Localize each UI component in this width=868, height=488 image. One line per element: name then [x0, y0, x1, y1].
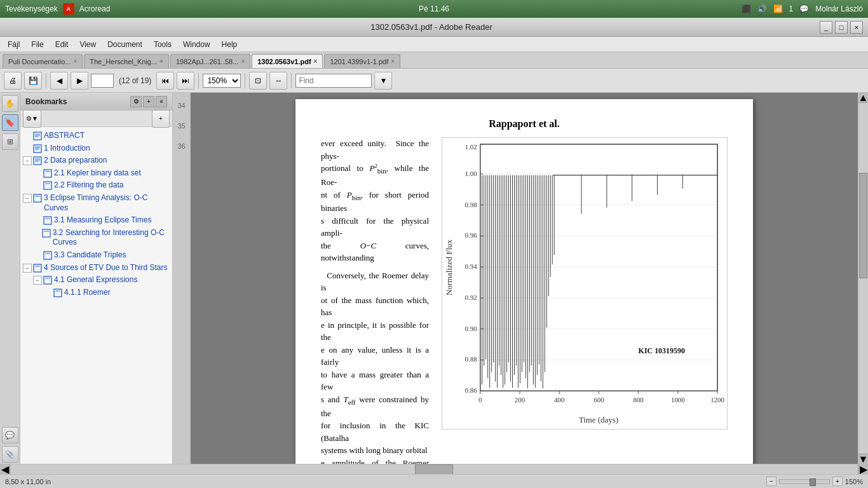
tab-3[interactable]: 1302.0563v1.pdf × — [252, 54, 323, 68]
menu-window[interactable]: Window — [178, 39, 215, 50]
tab-3-close[interactable]: × — [314, 58, 318, 65]
svg-rect-0 — [34, 132, 41, 140]
find-input[interactable] — [295, 74, 372, 88]
bookmark-general[interactable]: − 4.1 General Expressions — [20, 274, 172, 287]
bookmark-measuring[interactable]: 3.1 Measuring Eclipse Times — [20, 214, 172, 227]
taskbar-app[interactable]: Acroread — [79, 4, 111, 13]
bookmark-sources-label: 4 Sources of ETV Due to Third Stars — [44, 263, 168, 273]
bookmark-panel-button[interactable]: 🔖 — [2, 114, 18, 131]
bookmark-kepler-label: 2.1 Kepler binary data set — [54, 168, 141, 179]
scroll-left-button[interactable]: ◀ — [0, 464, 10, 475]
window-controls[interactable]: _ □ × — [820, 21, 863, 34]
acrobat-logo-icon: A — [63, 3, 74, 15]
expand-eclipse-icon[interactable]: − — [23, 194, 32, 203]
svg-text:0.98: 0.98 — [465, 201, 478, 208]
menu-tools[interactable]: Tools — [149, 39, 177, 50]
horizontal-scroll-thumb[interactable] — [415, 464, 453, 475]
bookmark-data-prep-icon — [33, 156, 42, 165]
right-scrollbar[interactable]: ▲ ▼ — [858, 93, 868, 464]
zoom-slider-thumb[interactable] — [810, 478, 816, 486]
sidebar-expand-all-button[interactable]: + — [152, 110, 170, 128]
tab-0[interactable]: Puli Documentatio... × — [3, 54, 83, 68]
fit-page-button[interactable]: ⊡ — [249, 72, 267, 90]
sidebar-settings-button[interactable]: ⚙ — [130, 96, 142, 107]
bookmark-roemer[interactable]: 4.1.1 Roemer — [20, 287, 172, 299]
expand-sources-icon[interactable]: − — [23, 264, 32, 273]
sidebar-expand-button[interactable]: + — [143, 96, 154, 107]
sidebar-toolbar: ⚙▼ + — [20, 111, 172, 127]
attach-button[interactable]: 📎 — [2, 446, 18, 463]
row-36: 36 — [173, 136, 190, 156]
bottom-scrollbar[interactable]: ◀ ▶ — [0, 464, 868, 474]
save-button[interactable]: 💾 — [24, 72, 42, 90]
tab-1[interactable]: The_Herschel_Knig... × — [84, 54, 169, 68]
sidebar-options-button[interactable]: ⚙▼ — [23, 110, 41, 128]
tab-4-close[interactable]: × — [391, 58, 395, 65]
y-axis-label: Normalized Flux — [444, 240, 454, 296]
tab-1-label: The_Herschel_Knig... — [90, 58, 157, 65]
menu-help[interactable]: Help — [217, 39, 243, 50]
bookmark-intro[interactable]: 1 Introduction — [20, 142, 172, 155]
maximize-button[interactable]: □ — [835, 21, 848, 34]
menu-edit[interactable]: Edit — [50, 39, 74, 50]
zoom-slider[interactable] — [779, 479, 830, 484]
bookmark-measuring-label: 3.1 Measuring Eclipse Times — [54, 215, 151, 226]
expand-data-prep-icon[interactable]: − — [23, 156, 32, 165]
page-number-input[interactable]: 12 — [91, 74, 114, 88]
zoom-out-status-button[interactable]: − — [766, 477, 776, 486]
prev-page-button[interactable]: ◀ — [50, 72, 68, 90]
bookmark-candidate-triples[interactable]: 3.3 Candidate Triples — [20, 249, 172, 262]
tab-1-close[interactable]: × — [159, 58, 163, 65]
bookmark-abstract[interactable]: ABSTRACT — [20, 130, 172, 142]
wifi-icon[interactable]: 📶 — [773, 4, 783, 13]
svg-text:200: 200 — [515, 396, 526, 403]
scroll-up-button[interactable]: ▲ — [858, 93, 868, 103]
taskbar-activities[interactable]: Tevékenységek — [5, 4, 58, 13]
svg-rect-8 — [34, 157, 41, 165]
tab-2-close[interactable]: × — [241, 58, 245, 65]
sidebar-close-button[interactable]: « — [156, 96, 167, 107]
scroll-right-button[interactable]: ▶ — [858, 464, 868, 475]
battery-icon: 1 — [789, 4, 794, 13]
menu-document[interactable]: Document — [102, 39, 147, 50]
hand-tool-button[interactable]: ✋ — [2, 95, 18, 112]
menu-view[interactable]: View — [74, 39, 101, 50]
bookmarks-panel: Bookmarks ⚙ + « ⚙▼ + ABSTRACT — [20, 93, 173, 464]
find-dropdown-button[interactable]: ▼ — [374, 72, 392, 90]
menu-file[interactable]: File — [26, 39, 48, 50]
svg-text:0.96: 0.96 — [465, 231, 478, 239]
bookmark-eclipse[interactable]: − 3 Eclipse Timing Analysis: O-C Curves — [20, 192, 172, 214]
comment-button[interactable]: 💬 — [2, 427, 18, 444]
last-page-button[interactable]: ⏭ — [177, 72, 194, 90]
svg-rect-22 — [44, 252, 51, 259]
bookmark-filtering[interactable]: 2.2 Filtering the data — [20, 179, 172, 192]
bookmark-candidate-icon — [43, 251, 52, 260]
scroll-down-button[interactable]: ▼ — [858, 454, 868, 464]
volume-icon[interactable]: 🔊 — [757, 4, 767, 13]
thumbnail-panel-button[interactable]: ⊞ — [2, 133, 18, 150]
bookmark-sources[interactable]: − 4 Sources of ETV Due to Third Stars — [20, 262, 172, 274]
bookmark-searching[interactable]: 3.2 Searching for Interesting O-C Curves — [20, 227, 172, 249]
fit-width-button[interactable]: ↔ — [269, 72, 287, 90]
pdf-content-area[interactable]: Rappaport et al. ever exceed unity. Sinc… — [191, 93, 858, 464]
menu-fajl[interactable]: Fájl — [3, 39, 25, 50]
zoom-select[interactable]: 50%75%100% 125%150%175%200% — [203, 74, 241, 88]
zoom-in-status-button[interactable]: + — [832, 477, 843, 486]
scroll-thumb[interactable] — [859, 173, 867, 278]
expand-general-icon[interactable]: − — [33, 276, 42, 285]
minimize-button[interactable]: _ — [820, 21, 832, 34]
svg-text:0: 0 — [478, 396, 482, 403]
tab-0-close[interactable]: × — [73, 58, 77, 65]
close-button[interactable]: × — [850, 21, 863, 34]
bookmark-kepler[interactable]: 2.1 Kepler binary data set — [20, 167, 172, 180]
bookmark-data-prep[interactable]: − 2 Data preparation — [20, 154, 172, 167]
first-page-button[interactable]: ⏮ — [156, 72, 174, 90]
print-button[interactable]: 🖨 — [4, 72, 22, 90]
sidebar-controls: ⚙ + « — [130, 96, 167, 107]
flux-chart: Normalized Flux Time (days) 0.86 0.88 — [442, 137, 728, 430]
notification-icon[interactable]: 💬 — [799, 4, 809, 13]
tab-2[interactable]: 1982ApJ...261..58... × — [170, 54, 250, 68]
tab-4[interactable]: 1201.4399v1-1.pdf × — [324, 54, 400, 68]
next-page-button[interactable]: ▶ — [71, 72, 88, 90]
page-size-status: 8,50 x 11,00 in — [5, 478, 51, 485]
